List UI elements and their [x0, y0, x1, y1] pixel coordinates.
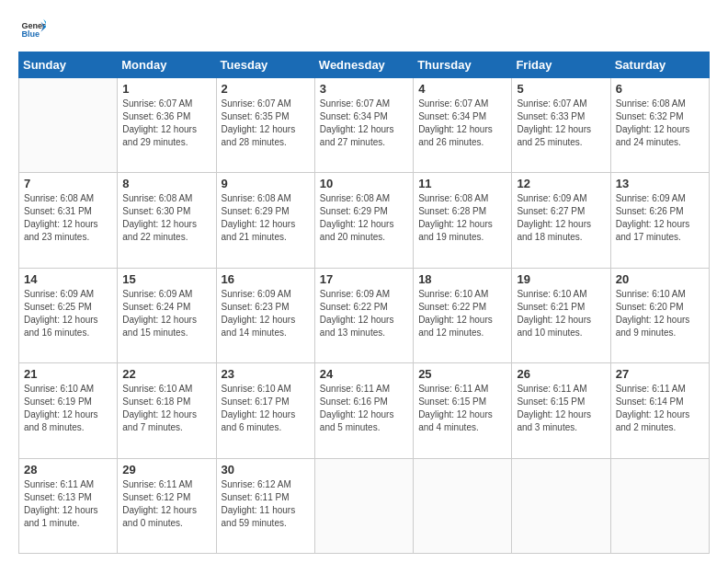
- table-row: 13Sunrise: 6:09 AMSunset: 6:26 PMDayligh…: [610, 173, 709, 268]
- day-number: 5: [517, 82, 605, 96]
- day-info: Sunrise: 6:10 AMSunset: 6:21 PMDaylight:…: [517, 288, 605, 339]
- day-number: 1: [122, 82, 210, 96]
- day-number: 20: [616, 272, 704, 286]
- day-number: 16: [222, 272, 310, 286]
- table-row: 22Sunrise: 6:10 AMSunset: 6:18 PMDayligh…: [118, 363, 216, 458]
- calendar-table: Sunday Monday Tuesday Wednesday Thursday…: [18, 52, 710, 554]
- col-wednesday: Wednesday: [314, 52, 413, 78]
- logo: General Blue: [18, 17, 48, 42]
- day-number: 29: [122, 463, 210, 477]
- day-info: Sunrise: 6:11 AMSunset: 6:15 PMDaylight:…: [418, 383, 506, 434]
- table-row: 7Sunrise: 6:08 AMSunset: 6:31 PMDaylight…: [19, 173, 118, 268]
- day-info: Sunrise: 6:11 AMSunset: 6:14 PMDaylight:…: [616, 383, 704, 434]
- table-row: 18Sunrise: 6:10 AMSunset: 6:22 PMDayligh…: [414, 268, 512, 362]
- table-row: 25Sunrise: 6:11 AMSunset: 6:15 PMDayligh…: [414, 363, 512, 458]
- day-info: Sunrise: 6:10 AMSunset: 6:19 PMDaylight:…: [24, 383, 112, 434]
- table-row: [610, 458, 709, 553]
- day-info: Sunrise: 6:08 AMSunset: 6:29 PMDaylight:…: [320, 192, 408, 244]
- table-row: 6Sunrise: 6:08 AMSunset: 6:32 PMDaylight…: [610, 78, 709, 173]
- day-number: 9: [222, 177, 310, 190]
- day-info: Sunrise: 6:11 AMSunset: 6:13 PMDaylight:…: [24, 478, 112, 530]
- day-number: 3: [320, 82, 408, 96]
- day-number: 14: [24, 272, 112, 286]
- table-row: 17Sunrise: 6:09 AMSunset: 6:22 PMDayligh…: [314, 268, 413, 362]
- svg-text:Blue: Blue: [21, 29, 40, 39]
- day-number: 30: [222, 463, 310, 477]
- page-header: General Blue: [18, 17, 710, 42]
- table-row: [314, 458, 413, 553]
- day-number: 6: [616, 82, 704, 96]
- day-number: 22: [122, 367, 210, 381]
- day-info: Sunrise: 6:09 AMSunset: 6:22 PMDaylight:…: [320, 288, 408, 339]
- day-number: 8: [122, 177, 210, 190]
- table-row: 27Sunrise: 6:11 AMSunset: 6:14 PMDayligh…: [610, 363, 709, 458]
- day-number: 24: [320, 367, 408, 381]
- day-info: Sunrise: 6:11 AMSunset: 6:16 PMDaylight:…: [320, 383, 408, 434]
- table-row: 10Sunrise: 6:08 AMSunset: 6:29 PMDayligh…: [314, 173, 413, 268]
- day-number: 7: [24, 177, 112, 190]
- day-info: Sunrise: 6:12 AMSunset: 6:11 PMDaylight:…: [222, 478, 310, 530]
- table-row: 1Sunrise: 6:07 AMSunset: 6:36 PMDaylight…: [118, 78, 216, 173]
- col-sunday: Sunday: [19, 52, 118, 78]
- day-info: Sunrise: 6:10 AMSunset: 6:17 PMDaylight:…: [222, 383, 310, 434]
- day-number: 11: [418, 177, 506, 190]
- day-info: Sunrise: 6:07 AMSunset: 6:34 PMDaylight:…: [418, 98, 506, 149]
- col-thursday: Thursday: [414, 52, 512, 78]
- day-info: Sunrise: 6:09 AMSunset: 6:23 PMDaylight:…: [222, 288, 310, 339]
- table-row: 29Sunrise: 6:11 AMSunset: 6:12 PMDayligh…: [118, 458, 216, 553]
- table-row: [512, 458, 610, 553]
- day-info: Sunrise: 6:07 AMSunset: 6:36 PMDaylight:…: [122, 98, 210, 149]
- day-number: 23: [222, 367, 310, 381]
- generalblue-logo-icon: General Blue: [20, 17, 46, 42]
- table-row: 16Sunrise: 6:09 AMSunset: 6:23 PMDayligh…: [216, 268, 314, 362]
- day-number: 12: [517, 177, 605, 190]
- day-number: 21: [24, 367, 112, 381]
- table-row: 4Sunrise: 6:07 AMSunset: 6:34 PMDaylight…: [414, 78, 512, 173]
- day-number: 15: [122, 272, 210, 286]
- day-info: Sunrise: 6:08 AMSunset: 6:30 PMDaylight:…: [122, 192, 210, 244]
- day-info: Sunrise: 6:07 AMSunset: 6:34 PMDaylight:…: [320, 98, 408, 149]
- day-number: 2: [222, 82, 310, 96]
- table-row: 2Sunrise: 6:07 AMSunset: 6:35 PMDaylight…: [216, 78, 314, 173]
- day-info: Sunrise: 6:09 AMSunset: 6:26 PMDaylight:…: [616, 192, 704, 244]
- day-info: Sunrise: 6:10 AMSunset: 6:20 PMDaylight:…: [616, 288, 704, 339]
- table-row: 23Sunrise: 6:10 AMSunset: 6:17 PMDayligh…: [216, 363, 314, 458]
- table-row: [19, 78, 118, 173]
- day-number: 18: [418, 272, 506, 286]
- day-number: 4: [418, 82, 506, 96]
- table-row: 30Sunrise: 6:12 AMSunset: 6:11 PMDayligh…: [216, 458, 314, 553]
- table-row: 15Sunrise: 6:09 AMSunset: 6:24 PMDayligh…: [118, 268, 216, 362]
- svg-text:General: General: [21, 21, 46, 30]
- table-row: 3Sunrise: 6:07 AMSunset: 6:34 PMDaylight…: [314, 78, 413, 173]
- day-number: 17: [320, 272, 408, 286]
- day-number: 19: [517, 272, 605, 286]
- table-row: 8Sunrise: 6:08 AMSunset: 6:30 PMDaylight…: [118, 173, 216, 268]
- day-info: Sunrise: 6:09 AMSunset: 6:24 PMDaylight:…: [122, 288, 210, 339]
- table-row: 24Sunrise: 6:11 AMSunset: 6:16 PMDayligh…: [314, 363, 413, 458]
- table-row: 21Sunrise: 6:10 AMSunset: 6:19 PMDayligh…: [19, 363, 118, 458]
- day-info: Sunrise: 6:07 AMSunset: 6:35 PMDaylight:…: [222, 98, 310, 149]
- table-row: 5Sunrise: 6:07 AMSunset: 6:33 PMDaylight…: [512, 78, 610, 173]
- day-number: 10: [320, 177, 408, 190]
- table-row: 12Sunrise: 6:09 AMSunset: 6:27 PMDayligh…: [512, 173, 610, 268]
- day-info: Sunrise: 6:11 AMSunset: 6:12 PMDaylight:…: [122, 478, 210, 530]
- day-info: Sunrise: 6:11 AMSunset: 6:15 PMDaylight:…: [517, 383, 605, 434]
- day-number: 28: [24, 463, 112, 477]
- day-number: 27: [616, 367, 704, 381]
- calendar-header-row: Sunday Monday Tuesday Wednesday Thursday…: [19, 52, 710, 78]
- table-row: 28Sunrise: 6:11 AMSunset: 6:13 PMDayligh…: [19, 458, 118, 553]
- day-info: Sunrise: 6:08 AMSunset: 6:28 PMDaylight:…: [418, 192, 506, 244]
- col-saturday: Saturday: [610, 52, 709, 78]
- day-number: 25: [418, 367, 506, 381]
- day-info: Sunrise: 6:09 AMSunset: 6:25 PMDaylight:…: [24, 288, 112, 339]
- day-info: Sunrise: 6:07 AMSunset: 6:33 PMDaylight:…: [517, 98, 605, 149]
- table-row: 19Sunrise: 6:10 AMSunset: 6:21 PMDayligh…: [512, 268, 610, 362]
- col-friday: Friday: [512, 52, 610, 78]
- col-tuesday: Tuesday: [216, 52, 314, 78]
- table-row: [414, 458, 512, 553]
- col-monday: Monday: [118, 52, 216, 78]
- day-number: 26: [517, 367, 605, 381]
- table-row: 9Sunrise: 6:08 AMSunset: 6:29 PMDaylight…: [216, 173, 314, 268]
- day-info: Sunrise: 6:09 AMSunset: 6:27 PMDaylight:…: [517, 192, 605, 244]
- table-row: 11Sunrise: 6:08 AMSunset: 6:28 PMDayligh…: [414, 173, 512, 268]
